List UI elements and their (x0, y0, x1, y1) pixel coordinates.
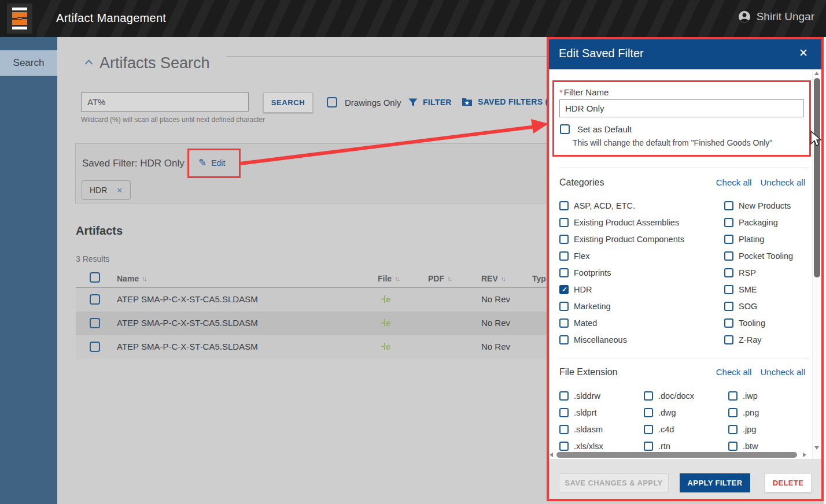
svg-text:e: e (386, 342, 390, 351)
sort-icon: ↑↓ (447, 275, 451, 282)
filter-name-label: *Filter Name (559, 87, 609, 97)
checkbox-icon (559, 201, 569, 210)
scroll-right-icon[interactable] (803, 453, 806, 457)
checkbox-icon (559, 425, 569, 434)
edrawings-file-icon[interactable]: e (381, 317, 392, 330)
extension-checkbox[interactable]: .sldprt (559, 404, 644, 421)
categories-uncheck-all-link[interactable]: Uncheck all (760, 177, 805, 187)
scroll-down-icon[interactable] (814, 446, 819, 450)
horizontal-scrollbar[interactable] (548, 451, 812, 459)
extensions-uncheck-all-link[interactable]: Uncheck all (760, 367, 805, 377)
set-as-default-checkbox[interactable]: Set as Default (560, 124, 632, 134)
category-checkbox[interactable]: Marketing (559, 298, 724, 314)
row-checkbox[interactable] (90, 318, 100, 328)
search-button[interactable]: SEARCH (263, 92, 313, 113)
checkbox-icon (724, 318, 733, 328)
file-extension-title: File Extension (559, 367, 707, 377)
edrawings-file-icon[interactable]: e (381, 293, 392, 306)
category-checkbox[interactable]: Mated (559, 314, 724, 331)
column-header-pdf[interactable]: PDF↑↓ (428, 274, 451, 283)
column-header-rev[interactable]: REV↑↓ (481, 274, 505, 283)
user-menu[interactable]: Shirit Ungar (738, 10, 814, 23)
checkbox-icon (559, 268, 569, 277)
results-count: 3 Results (76, 254, 109, 264)
edit-saved-filter-button[interactable]: ✎ Edit (198, 157, 225, 169)
category-checkbox[interactable]: Z-Ray (724, 331, 826, 348)
column-header-type[interactable]: Typ (532, 274, 546, 283)
extensions-check-all-link[interactable]: Check all (716, 367, 752, 377)
row-checkbox[interactable] (90, 342, 100, 352)
edrawings-file-icon[interactable]: e (381, 340, 392, 354)
user-name: Shirit Ungar (757, 10, 814, 23)
delete-button[interactable]: DELETE (765, 473, 812, 492)
save-changes-apply-button[interactable]: SAVE CHANGES & APPLY (559, 473, 669, 492)
scroll-up-icon[interactable] (814, 72, 819, 75)
checkbox-icon (728, 425, 738, 434)
category-checkbox[interactable]: Miscellaneous (559, 331, 724, 348)
checkbox-icon (724, 218, 733, 227)
drawings-only-checkbox[interactable]: Drawings Only (327, 97, 401, 108)
category-checkbox[interactable]: Tooling (724, 314, 826, 331)
extension-checkbox[interactable]: .slddrw (559, 387, 644, 404)
category-checkbox[interactable]: Existing Product Components (559, 231, 724, 247)
scroll-left-icon[interactable] (550, 453, 553, 457)
filter-chip-hdr[interactable]: HDR ✕ (82, 180, 131, 200)
column-header-name[interactable]: Name↑↓ (117, 274, 146, 283)
vertical-scrollbar-thumb[interactable] (814, 78, 820, 277)
extension-checkbox[interactable]: .iwp (728, 387, 809, 404)
checkbox-icon (644, 425, 653, 434)
section-title: Artifacts Search (99, 54, 210, 72)
extensions-column-3: .iwp .png .jpg .btw (728, 387, 809, 454)
chip-remove-icon[interactable]: ✕ (116, 186, 123, 195)
category-checkbox[interactable]: Existing Product Assemblies (559, 214, 724, 231)
search-input[interactable] (81, 92, 249, 112)
category-checkbox[interactable]: HDR (559, 281, 724, 298)
filter-name-input[interactable] (559, 99, 804, 117)
vertical-scrollbar[interactable] (812, 69, 821, 459)
category-checkbox[interactable]: Flex (559, 247, 724, 264)
category-checkbox[interactable]: Plating (724, 231, 826, 247)
close-icon[interactable]: ✕ (799, 46, 808, 60)
checkbox-icon (724, 235, 733, 244)
rev-value: No Rev (481, 342, 510, 351)
collapse-caret-icon[interactable] (84, 57, 93, 67)
extension-checkbox[interactable]: .png (728, 404, 809, 421)
file-extension-header: File Extension Check all Uncheck all (559, 367, 805, 377)
category-checkbox[interactable]: SOG (724, 298, 826, 314)
select-all-checkbox[interactable] (90, 272, 100, 283)
artifact-name: ATEP SMA-P-C-X-ST-CA5.SLDASM (117, 342, 258, 351)
checkbox-icon (559, 285, 569, 294)
category-checkbox[interactable]: ASP, ACD, ETC. (559, 197, 724, 214)
checkbox-icon (560, 124, 570, 134)
category-checkbox[interactable]: Pocket Tooling (724, 247, 826, 264)
extension-checkbox[interactable]: .dwg (644, 404, 728, 421)
sort-icon: ↑↓ (501, 275, 505, 282)
column-header-file[interactable]: File↑↓ (378, 274, 399, 283)
category-checkbox[interactable]: New Products (724, 197, 826, 214)
category-checkbox[interactable]: Packaging (724, 214, 826, 231)
sidebar-item-search[interactable]: Search (0, 50, 57, 76)
divider (559, 358, 809, 358)
row-checkbox[interactable] (90, 294, 100, 305)
saved-filters-button[interactable]: ★ SAVED FILTERS (2) (462, 97, 555, 106)
horizontal-scrollbar-thumb[interactable] (556, 452, 797, 458)
category-checkbox[interactable]: Footprints (559, 264, 724, 281)
apply-filter-button[interactable]: APPLY FILTER (680, 473, 750, 492)
rev-value: No Rev (481, 318, 510, 328)
extension-checkbox[interactable]: .jpg (728, 421, 809, 438)
set-default-help-text: This will change the default from "Finis… (573, 138, 772, 147)
saved-filters-icon: ★ (462, 97, 473, 106)
checkbox-icon (559, 391, 569, 401)
categories-check-all-link[interactable]: Check all (716, 177, 752, 187)
filter-button[interactable]: FILTER (408, 98, 452, 107)
app-logo[interactable] (7, 3, 32, 34)
top-app-bar: Artifact Management Shirit Ungar (0, 0, 826, 37)
extension-checkbox[interactable]: .c4d (644, 421, 728, 438)
extension-checkbox[interactable]: .sldasm (559, 421, 644, 438)
category-checkbox[interactable]: SME (724, 281, 826, 298)
extension-checkbox[interactable]: .doc/docx (644, 387, 728, 404)
category-checkbox[interactable]: RSP (724, 264, 826, 281)
extensions-column-2: .doc/docx .dwg .c4d .rtn (644, 387, 728, 454)
checkbox-icon (728, 442, 738, 451)
checkbox-icon (724, 335, 733, 344)
